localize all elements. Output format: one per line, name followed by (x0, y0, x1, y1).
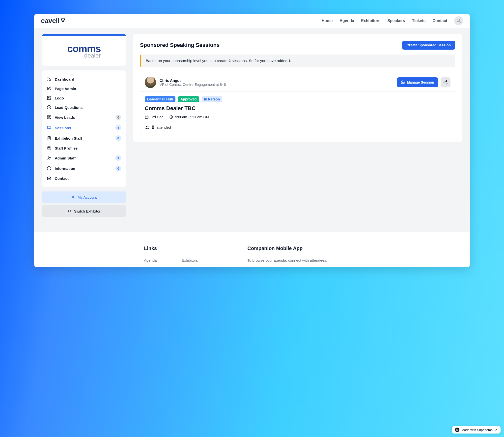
nav-home[interactable]: Home (322, 19, 333, 23)
svg-point-20 (444, 82, 445, 83)
my-account-button[interactable]: My Account (42, 191, 126, 203)
brand-name: cavell (41, 17, 59, 25)
chip-status: Approved (178, 96, 199, 102)
presentation-icon (47, 125, 51, 130)
svg-rect-4 (47, 116, 49, 117)
footer-link-agenda[interactable]: Agenda (144, 258, 157, 262)
external-link-icon (495, 428, 498, 431)
svg-point-24 (146, 126, 147, 127)
svg-point-19 (446, 81, 447, 82)
supademo-badge[interactable]: S Made with Supademo (452, 426, 501, 434)
share-icon (443, 80, 448, 85)
image-icon (47, 96, 51, 100)
session-title: Comms Dealer TBC (145, 105, 450, 112)
sidebar-item-exhibition-staff[interactable]: Exhibition Staff 0 (45, 133, 123, 143)
calendar-icon (145, 115, 149, 119)
company-logo: comms dealer (42, 36, 126, 66)
exhibition-staff-count-badge: 0 (115, 135, 121, 141)
user-icon (456, 18, 461, 24)
footer-app-desc: To browse your agenda, connect with atte… (248, 258, 327, 262)
panel-header: Sponsored Speaking Sessions Create Spons… (140, 41, 455, 50)
speaker-role: VP of Contact Centre Engagement at 8×8 (160, 83, 226, 87)
svg-rect-9 (47, 126, 51, 128)
company-accent-bar (42, 34, 126, 36)
sidebar-item-information[interactable]: Information 0 (45, 163, 123, 174)
sidebar-item-dashboard[interactable]: Dashboard (45, 74, 123, 84)
sidebar-item-logo[interactable]: Logo (45, 93, 123, 103)
body-area: comms dealer Dashboard Page Admin Logo (34, 28, 470, 217)
chip-mode: In Person (202, 96, 223, 102)
speaker-name: Chris Angus (160, 78, 226, 83)
switch-exhibitor-button[interactable]: Switch Exhibitor (42, 205, 126, 217)
panel-title: Sponsored Speaking Sessions (140, 42, 220, 48)
attended-label: attended (156, 125, 171, 129)
question-circle-icon (47, 105, 51, 110)
nav-exhibitors[interactable]: Exhibitors (361, 19, 380, 23)
session-chips: Leadenhall Hub Approved In Person (145, 96, 450, 102)
footer-app-col: Companion Mobile App To browse your agen… (248, 246, 327, 262)
sidebar-item-contact[interactable]: Contact (45, 174, 123, 183)
nav-speakers[interactable]: Speakers (387, 19, 405, 23)
top-nav: Home Agenda Exhibitors Speakers Tickets … (322, 16, 463, 25)
clock-icon (169, 115, 173, 119)
mail-icon (47, 176, 51, 181)
edit-icon (47, 86, 51, 91)
session-meta: 3rd Dec 9:00am - 9:30am GMT (145, 115, 450, 119)
company-card: comms dealer (42, 34, 126, 66)
chip-location: Leadenhall Hub (145, 96, 175, 102)
sidebar-item-view-leads[interactable]: View Leads 0 (45, 112, 123, 123)
svg-point-17 (73, 196, 74, 197)
sidebar: comms dealer Dashboard Page Admin Logo (42, 34, 126, 217)
main-content: Sponsored Speaking Sessions Create Spons… (133, 34, 462, 217)
footer-link-exhibitors[interactable]: Exhibitors (182, 258, 198, 262)
svg-point-18 (402, 82, 403, 83)
footer-app-heading: Companion Mobile App (248, 246, 327, 251)
sidebar-nav: Dashboard Page Admin Logo Lead Questions… (42, 70, 126, 187)
share-button[interactable] (441, 77, 450, 87)
footer: Links Agenda Exhibitors Companion Mobile… (34, 232, 470, 267)
qr-icon (47, 115, 51, 120)
nav-tickets[interactable]: Tickets (412, 19, 426, 23)
nav-contact[interactable]: Contact (432, 19, 447, 23)
attended-count: 0 (152, 125, 154, 130)
svg-point-2 (48, 97, 49, 98)
sidebar-item-staff-profiles[interactable]: Staff Profiles (45, 143, 123, 153)
svg-rect-5 (50, 116, 51, 117)
sidebar-item-page-admin[interactable]: Page Admin (45, 84, 123, 93)
footer-links-heading: Links (144, 246, 198, 251)
rss-icon (47, 77, 51, 81)
svg-point-21 (446, 83, 447, 84)
speaker-info: Chris Angus VP of Contact Centre Engagem… (160, 78, 226, 87)
information-count-badge: 0 (115, 166, 121, 171)
create-session-button[interactable]: Create Sponsored Session (402, 41, 455, 50)
footer-links-col: Links Agenda Exhibitors (144, 246, 198, 262)
admin-staff-count-badge: 1 (115, 155, 121, 161)
switch-icon (68, 209, 72, 213)
sidebar-item-sessions[interactable]: Sessions 1 (45, 123, 123, 133)
nav-agenda[interactable]: Agenda (340, 19, 354, 23)
session-body: Leadenhall Hub Approved In Person Comms … (140, 92, 455, 135)
gear-icon (401, 80, 405, 84)
supademo-logo-icon: S (455, 428, 459, 432)
svg-rect-7 (50, 118, 50, 118)
user-avatar[interactable] (454, 16, 463, 25)
attendance-row: 0 attended (145, 125, 450, 130)
view-leads-count-badge: 0 (115, 115, 121, 120)
sidebar-item-admin-staff[interactable]: Admin Staff 1 (45, 153, 123, 163)
brand-logo[interactable]: cavell (41, 17, 65, 25)
svg-point-15 (50, 157, 51, 158)
svg-rect-8 (50, 119, 51, 119)
svg-point-13 (49, 147, 50, 148)
svg-point-3 (47, 106, 51, 109)
sessions-panel: Sponsored Speaking Sessions Create Spons… (133, 34, 462, 142)
manage-session-button[interactable]: Manage Session (397, 77, 438, 87)
badge-id-icon (47, 136, 51, 140)
session-header: Chris Angus VP of Contact Centre Engagem… (140, 73, 455, 92)
sessions-count-badge: 1 (115, 125, 121, 130)
svg-rect-22 (145, 116, 148, 119)
sidebar-item-lead-questions[interactable]: Lead Questions (45, 103, 123, 112)
brand-caret-icon (60, 18, 65, 23)
svg-rect-6 (47, 118, 49, 119)
user-icon (71, 195, 75, 199)
session-time: 9:00am - 9:30am GMT (169, 115, 211, 119)
